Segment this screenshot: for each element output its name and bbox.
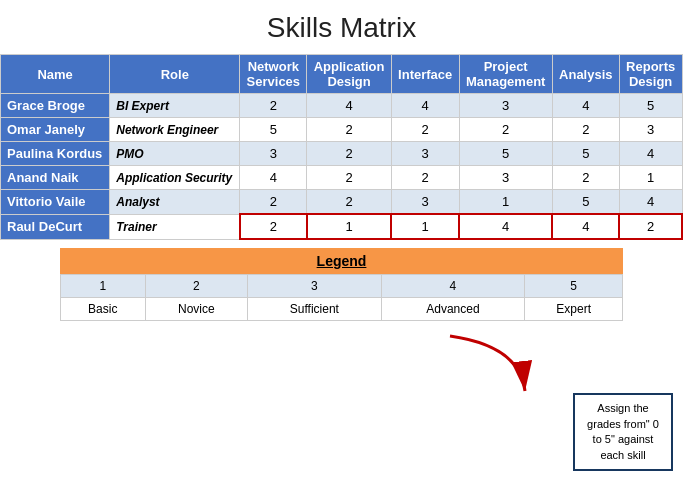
table-row: Vittorio Vaile	[1, 190, 110, 215]
table-row: 2	[307, 118, 391, 142]
table-row: 2	[391, 118, 459, 142]
legend-table: 12345BasicNoviceSufficientAdvancedExpert	[60, 274, 623, 321]
col-header-network: NetworkServices	[240, 55, 307, 94]
table-row: 2	[240, 94, 307, 118]
table-row: 2	[307, 142, 391, 166]
table-row: 4	[459, 214, 552, 239]
table-row: 5	[552, 142, 619, 166]
legend-section: Legend 12345BasicNoviceSufficientAdvance…	[60, 248, 623, 321]
legend-grade: 4	[381, 275, 525, 298]
table-row: Analyst	[110, 190, 240, 215]
col-header-analysis: Analysis	[552, 55, 619, 94]
table-row: 4	[552, 94, 619, 118]
legend-label: Sufficient	[248, 298, 381, 321]
table-row: 2	[240, 214, 307, 239]
table-row: Application Security	[110, 166, 240, 190]
table-row: 2	[240, 190, 307, 215]
table-row: 2	[307, 166, 391, 190]
table-row: 1	[391, 214, 459, 239]
table-row: 4	[391, 94, 459, 118]
table-row: Omar Janely	[1, 118, 110, 142]
legend-label: Advanced	[381, 298, 525, 321]
table-row: 5	[459, 142, 552, 166]
table-row: 3	[391, 190, 459, 215]
table-row: 2	[552, 166, 619, 190]
table-row: 3	[619, 118, 682, 142]
table-row: 4	[307, 94, 391, 118]
skills-matrix-table: Name Role NetworkServices ApplicationDes…	[0, 54, 683, 240]
table-row: 2	[459, 118, 552, 142]
table-row: 1	[459, 190, 552, 215]
col-header-reports: ReportsDesign	[619, 55, 682, 94]
table-row: 2	[391, 166, 459, 190]
table-row: 4	[619, 190, 682, 215]
legend-title: Legend	[60, 248, 623, 274]
col-header-role: Role	[110, 55, 240, 94]
col-header-appdesign: ApplicationDesign	[307, 55, 391, 94]
table-row: 2	[619, 214, 682, 239]
table-row: 5	[240, 118, 307, 142]
col-header-name: Name	[1, 55, 110, 94]
table-row: 4	[552, 214, 619, 239]
table-row: 3	[459, 166, 552, 190]
table-row: 3	[391, 142, 459, 166]
table-row: 3	[240, 142, 307, 166]
table-row: 2	[307, 190, 391, 215]
table-row: PMO	[110, 142, 240, 166]
legend-grade: 3	[248, 275, 381, 298]
tooltip-box: Assign the grades from" 0 to 5" against …	[573, 393, 673, 471]
table-row: 5	[552, 190, 619, 215]
table-row: Paulina Kordus	[1, 142, 110, 166]
page-title: Skills Matrix	[0, 0, 683, 54]
table-row: 2	[552, 118, 619, 142]
table-row: 4	[240, 166, 307, 190]
table-row: 1	[619, 166, 682, 190]
legend-grade: 1	[61, 275, 146, 298]
table-row: Network Engineer	[110, 118, 240, 142]
legend-label: Expert	[525, 298, 623, 321]
table-row: Anand Naik	[1, 166, 110, 190]
legend-label: Novice	[145, 298, 248, 321]
table-row: 1	[307, 214, 391, 239]
table-row: BI Expert	[110, 94, 240, 118]
col-header-project: ProjectManagement	[459, 55, 552, 94]
table-row: Trainer	[110, 214, 240, 239]
arrow-icon	[420, 326, 540, 406]
table-row: 4	[619, 142, 682, 166]
legend-grade: 5	[525, 275, 623, 298]
col-header-interface: Interface	[391, 55, 459, 94]
legend-label: Basic	[61, 298, 146, 321]
table-row: Grace Broge	[1, 94, 110, 118]
legend-grade: 2	[145, 275, 248, 298]
table-row: Raul DeCurt	[1, 214, 110, 239]
table-row: 3	[459, 94, 552, 118]
table-row: 5	[619, 94, 682, 118]
